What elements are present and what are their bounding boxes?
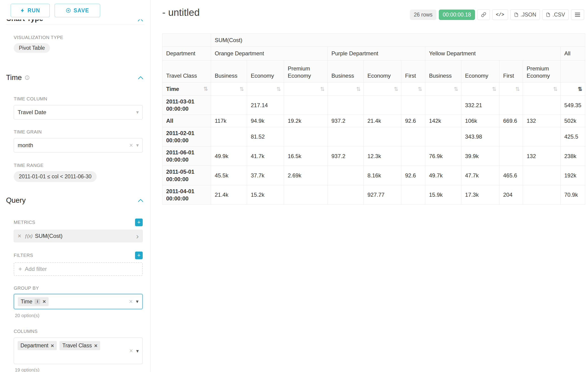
pivot-cell: 49.7k bbox=[425, 166, 461, 185]
pivot-cell: 549.35 bbox=[561, 96, 585, 115]
run-button-label: RUN bbox=[27, 7, 40, 14]
pivot-cell: 21.4k bbox=[364, 115, 401, 127]
add-filter-plus-button[interactable]: + bbox=[135, 252, 143, 259]
pivot-cell bbox=[328, 166, 364, 185]
remove-chip-icon[interactable]: × bbox=[94, 343, 97, 349]
time-column-select[interactable]: Travel Date ▾ bbox=[14, 105, 143, 119]
sort-icon[interactable]: ⇅ bbox=[553, 86, 557, 92]
chart-type-section-clipped: Chart Type bbox=[6, 20, 143, 22]
travel-class-leaf-header: Business bbox=[328, 60, 364, 83]
download-json-button[interactable]: .JSON bbox=[510, 9, 540, 20]
pivot-cell: 12.3k bbox=[364, 146, 401, 166]
caret-down-icon[interactable]: ▾ bbox=[136, 143, 139, 148]
column-sort-cell: ⇅ bbox=[401, 83, 425, 96]
pivot-cell bbox=[401, 146, 425, 166]
columns-select[interactable]: Department × Travel Class × × ▾ bbox=[14, 338, 143, 364]
pivot-cell: 19.2k bbox=[284, 115, 328, 127]
sort-icon[interactable]: ⇅ bbox=[454, 86, 458, 92]
travel-class-leaf-header: Economy bbox=[461, 60, 499, 83]
download-csv-button[interactable]: .CSV bbox=[542, 9, 569, 20]
info-icon[interactable] bbox=[25, 75, 30, 80]
caret-down-icon[interactable]: ▾ bbox=[136, 110, 139, 115]
time-header-cell: Time⇅ bbox=[162, 83, 211, 96]
pivot-cell bbox=[401, 96, 425, 115]
pivot-cell bbox=[364, 127, 401, 146]
pivot-cell bbox=[499, 127, 523, 146]
chip-label: Department bbox=[21, 342, 48, 349]
remove-chip-icon[interactable]: × bbox=[42, 299, 46, 304]
travel-class-leaf-header: Economy bbox=[364, 60, 401, 83]
sort-icon[interactable]: ⇅ bbox=[277, 86, 281, 92]
column-sort-cell: ⇅ bbox=[425, 83, 461, 96]
chevron-right-icon[interactable]: › bbox=[136, 232, 139, 240]
columns-chip[interactable]: Travel Class × bbox=[60, 341, 100, 350]
sort-icon[interactable]: ⇅ bbox=[356, 86, 361, 92]
share-link-button[interactable] bbox=[477, 9, 490, 20]
visualization-type-value[interactable]: Pivot Table bbox=[14, 43, 50, 53]
clear-icon[interactable]: × bbox=[129, 298, 133, 305]
time-column-value: Travel Date bbox=[18, 109, 46, 116]
sort-icon[interactable]: ⇅ bbox=[394, 86, 398, 92]
time-grain-select[interactable]: month × ▾ bbox=[14, 138, 143, 152]
caret-down-icon[interactable]: ▾ bbox=[136, 299, 138, 304]
sort-icon[interactable]: ⇅ bbox=[492, 86, 496, 92]
column-sort-cell: ⇅ bbox=[461, 83, 499, 96]
group-by-label: GROUP BY bbox=[14, 286, 39, 291]
row-header-cell: 2011-05-01 00:00:00 bbox=[162, 166, 211, 185]
save-button[interactable]: SAVE bbox=[55, 4, 100, 17]
sort-icon[interactable]: ⇅ bbox=[515, 86, 520, 92]
sort-icon[interactable]: ⇅ bbox=[320, 86, 325, 92]
chevron-up-icon[interactable] bbox=[137, 20, 143, 22]
add-metric-button[interactable]: + bbox=[135, 219, 143, 226]
travel-class-leaf-header: Premium Economy bbox=[284, 60, 328, 83]
chevron-up-icon[interactable] bbox=[137, 76, 144, 80]
control-panel-sidebar: Chart Type RUN SAVE VISUALIZATION TYPE P… bbox=[0, 0, 151, 372]
remove-metric-icon[interactable]: × bbox=[18, 233, 21, 240]
info-icon[interactable]: i bbox=[35, 299, 40, 304]
csv-button-label: .CSV bbox=[552, 12, 565, 18]
query-timer-badge: 00:00:00.18 bbox=[439, 10, 475, 20]
divider bbox=[6, 24, 144, 24]
pivot-cell bbox=[284, 96, 328, 115]
time-grain-value: month bbox=[18, 142, 33, 149]
group-by-chip[interactable]: Time i × bbox=[18, 297, 49, 306]
clear-icon[interactable]: × bbox=[129, 142, 133, 149]
plus-icon: + bbox=[18, 266, 22, 273]
pivot-cell: 2.69k bbox=[284, 166, 328, 185]
chevron-up-icon[interactable] bbox=[137, 199, 144, 202]
pivot-cell: 49.9k bbox=[211, 146, 247, 166]
columns-options-hint: 19 option(s) bbox=[15, 367, 40, 372]
time-range-value[interactable]: 2011-01-01 ≤ col < 2011-06-30 bbox=[14, 171, 97, 182]
pivot-cell: 15.2k bbox=[247, 185, 284, 204]
query-section-title: Query bbox=[6, 196, 26, 205]
pivot-cell: 465.6 bbox=[499, 166, 523, 185]
chart-title: - untitled bbox=[162, 7, 200, 18]
time-range-label: TIME RANGE bbox=[14, 163, 43, 168]
pivot-cell bbox=[211, 96, 247, 115]
menu-button[interactable] bbox=[571, 9, 584, 20]
sort-icon[interactable]: ⇅ bbox=[418, 86, 422, 92]
columns-chip[interactable]: Department × bbox=[18, 341, 57, 350]
bolt-icon bbox=[20, 8, 25, 13]
remove-chip-icon[interactable]: × bbox=[51, 343, 54, 349]
column-sort-cell: ⇅ bbox=[523, 83, 561, 96]
add-filter-button[interactable]: + Add filter bbox=[14, 262, 143, 276]
table-row: 2011-04-01 00:00:0021.4k15.2k927.7715.9k… bbox=[162, 185, 585, 204]
pivot-cell: 106k bbox=[461, 115, 499, 127]
embed-code-button[interactable]: </> bbox=[492, 9, 508, 20]
metric-chip[interactable]: × ƒ(x) SUM(Cost) › bbox=[14, 230, 143, 242]
sort-icon[interactable]: ⇅ bbox=[240, 86, 244, 92]
run-button[interactable]: RUN bbox=[11, 4, 50, 17]
time-grain-label: TIME GRAIN bbox=[14, 129, 42, 135]
sort-icon[interactable]: ⇅ bbox=[578, 86, 582, 92]
pivot-cell bbox=[523, 96, 561, 115]
pivot-cell: 425.5 bbox=[561, 127, 585, 146]
column-sort-cell: ⇅ bbox=[328, 83, 364, 96]
sort-icon[interactable]: ⇅ bbox=[204, 85, 208, 93]
pivot-cell: 192k bbox=[561, 166, 585, 185]
caret-down-icon[interactable]: ▾ bbox=[136, 348, 139, 353]
group-by-select[interactable]: Time i × × ▾ bbox=[14, 294, 143, 309]
travel-class-leaf-header: Business bbox=[425, 60, 461, 83]
clear-icon[interactable]: × bbox=[129, 348, 133, 354]
travel-class-leaf-header: Economy bbox=[247, 60, 284, 83]
